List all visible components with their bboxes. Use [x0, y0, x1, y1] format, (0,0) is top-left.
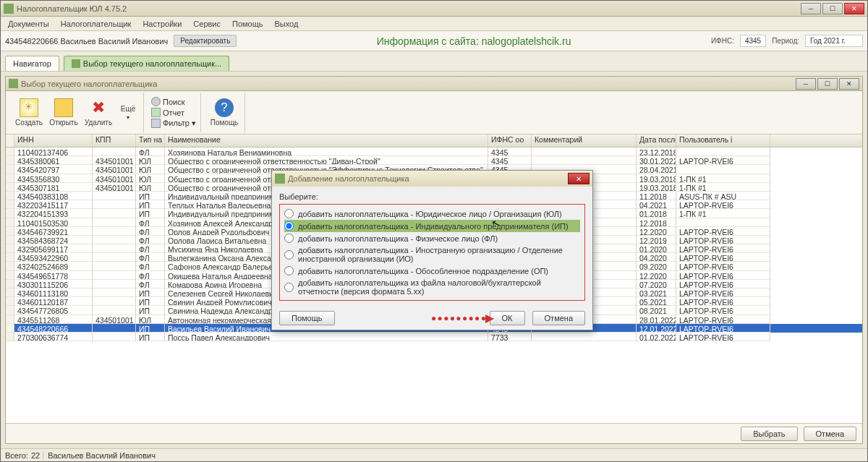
status-count-label: Всего: [5, 451, 28, 460]
radio-input[interactable] [284, 234, 294, 243]
info-strip: 434548220666 Васильев Василий Иванович Р… [1, 31, 867, 51]
dialog-icon [275, 174, 285, 184]
radio-input[interactable] [284, 209, 294, 218]
titlebar: Налогоплательщик ЮЛ 4.75.2 ─ ☐ ✕ [1, 1, 867, 17]
type-radio-group: добавить налогоплательщика - Юридическое… [279, 204, 585, 301]
col-ifns[interactable]: ИФНС оо [488, 134, 532, 147]
open-button[interactable]: Открыть [48, 97, 80, 128]
help-button[interactable]: ?Помощь [208, 97, 240, 128]
site-link[interactable]: Информация с сайта: nalogoplatelshcik.ru [377, 35, 571, 47]
radio-option[interactable]: добавить налогоплательщика - Юридическое… [284, 208, 580, 220]
radio-option[interactable]: добавить налогоплательщика - Обособленно… [284, 265, 580, 277]
create-button[interactable]: Создать [13, 97, 45, 128]
app-title: Налогоплательщик ЮЛ 4.75.2 [17, 4, 801, 13]
dialog-cancel-button[interactable]: Отмена [532, 311, 585, 325]
radio-option[interactable]: добавить налогоплательщика - Физическое … [284, 232, 580, 244]
radio-option[interactable]: добавить налогоплательщика из файла нало… [284, 277, 580, 297]
ifns-value: 4345 [740, 35, 766, 47]
period-value[interactable]: Год 2021 г. [805, 35, 863, 47]
menu-exit[interactable]: Выход [271, 18, 303, 30]
table-header: ИНН КПП Тип на Наименование ИФНС оо Комм… [6, 134, 862, 147]
maximize-button[interactable]: ☐ [822, 3, 843, 14]
folder-icon [54, 98, 73, 117]
menu-taxpayer[interactable]: Налогоплательщик [56, 18, 136, 30]
menu-documents[interactable]: Документы [4, 18, 54, 30]
col-user[interactable]: Пользователь і [676, 134, 770, 147]
more-button[interactable]: Ещё▾ [117, 103, 139, 122]
col-name[interactable]: Наименование [165, 134, 488, 147]
dialog-title: Добавление налогоплательщика [288, 174, 568, 183]
dialog-close-button[interactable]: ✕ [568, 173, 590, 184]
current-payer: 434548220666 Васильев Василий Иванович [5, 37, 168, 46]
dialog-titlebar: Добавление налогоплательщика ✕ [272, 171, 592, 187]
child-max-button[interactable]: ☐ [817, 78, 838, 90]
radio-option[interactable]: добавить налогоплательщика - Иностранную… [284, 244, 580, 265]
radio-input[interactable] [284, 250, 294, 260]
search-button[interactable]: Поиск [151, 97, 196, 106]
col-comm[interactable]: Комментарий [532, 134, 637, 147]
status-current: Васильев Василий Иванович [43, 451, 160, 460]
delete-button[interactable]: ✖Удалить [82, 97, 114, 128]
menubar: Документы Налогоплательщик Настройки Сер… [1, 17, 867, 31]
child-close-button[interactable]: ✕ [839, 78, 859, 90]
annotation-arrow: ● ● ● ● ● ● ● ● ● [431, 313, 494, 323]
tab-navigator[interactable]: Навигатор [5, 56, 59, 71]
col-inn[interactable]: ИНН [14, 134, 93, 147]
col-date[interactable]: Дата последн [637, 134, 676, 147]
app-icon [4, 4, 14, 14]
col-kpp[interactable]: КПП [93, 134, 136, 147]
ifns-label: ИФНС: [711, 37, 734, 45]
child-min-button[interactable]: ─ [796, 78, 816, 90]
menu-service[interactable]: Сервис [189, 18, 225, 30]
dialog-heading: Выберите: [279, 192, 585, 201]
filter-button[interactable]: Фильтр ▾ [151, 119, 196, 128]
select-button[interactable]: Выбрать [741, 427, 797, 441]
search-icon [151, 97, 161, 106]
child-footer: Выбрать Отмена [6, 423, 862, 443]
child-icon [9, 79, 18, 88]
delete-x-icon: ✖ [89, 98, 108, 117]
table-row[interactable]: 110402137406ФЛХозяинова Наталья Вениамин… [6, 147, 862, 156]
radio-input[interactable] [284, 221, 294, 231]
edit-button[interactable]: Редактировать [174, 35, 237, 47]
radio-input[interactable] [284, 266, 294, 275]
report-button[interactable]: Отчет [151, 108, 196, 117]
add-taxpayer-dialog: Добавление налогоплательщика ✕ Выберите:… [271, 170, 593, 330]
tab-icon [72, 59, 80, 68]
child-title-text: Выбор текущего налогоплательщика [21, 80, 796, 88]
minimize-button[interactable]: ─ [801, 3, 821, 14]
menu-settings[interactable]: Настройки [138, 18, 186, 30]
dialog-help-button[interactable]: Помощь [279, 311, 335, 325]
close-button[interactable]: ✕ [844, 3, 864, 14]
tab-selector[interactable]: Выбор текущего налогоплательщик... [64, 56, 229, 71]
cancel-button[interactable]: Отмена [804, 427, 856, 441]
dialog-ok-button[interactable]: ОК [490, 311, 525, 325]
period-label: Период: [772, 37, 799, 45]
child-titlebar: Выбор текущего налогоплательщика ─ ☐ ✕ [6, 77, 862, 91]
sparkle-icon [20, 98, 38, 117]
status-count: 22 [31, 451, 40, 460]
nav-tabs: Навигатор Выбор текущего налогоплательщи… [1, 51, 867, 72]
ribbon: Создать Открыть ✖Удалить Ещё▾ Поиск Отче… [6, 91, 862, 134]
report-icon [151, 108, 161, 117]
radio-option[interactable]: добавить налогоплательщика - Индивидуаль… [284, 220, 580, 232]
col-type[interactable]: Тип на [136, 134, 165, 147]
table-row[interactable]: 270300636774ИППоссь Павел Александрович7… [6, 333, 862, 341]
table-row[interactable]: 4345380061434501001ЮЛОбщество с ограниче… [6, 156, 862, 165]
help-icon: ? [215, 98, 234, 117]
filter-icon [151, 119, 161, 128]
menu-help[interactable]: Помощь [228, 18, 268, 30]
statusbar: Всего: 22 Васильев Василий Иванович [1, 448, 867, 461]
radio-input[interactable] [284, 283, 294, 292]
